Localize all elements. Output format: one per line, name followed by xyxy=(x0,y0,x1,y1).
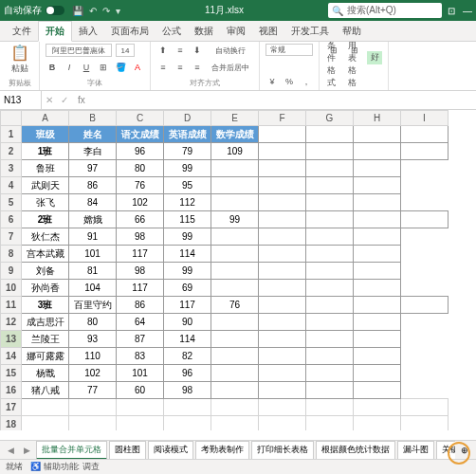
autosave-toggle[interactable]: 自动保存 xyxy=(4,4,64,17)
currency-icon[interactable]: ¥ xyxy=(265,75,279,88)
name-box[interactable]: N13 xyxy=(0,91,42,109)
data-cell[interactable]: 114 xyxy=(164,331,211,348)
tab-帮助[interactable]: 帮助 xyxy=(336,22,368,41)
data-cell[interactable]: 宫本武藏 xyxy=(22,246,69,263)
tab-数据[interactable]: 数据 xyxy=(188,22,220,41)
italic-button[interactable]: I xyxy=(63,61,76,74)
data-cell[interactable]: 80 xyxy=(69,314,117,331)
data-cell[interactable]: 69 xyxy=(164,280,211,297)
table-header[interactable]: 英语成绩 xyxy=(164,126,211,143)
row-header-16[interactable]: 16 xyxy=(1,382,22,399)
data-cell[interactable]: 武则天 xyxy=(22,177,69,194)
wrap-text-button[interactable]: 自动换行 xyxy=(208,44,253,57)
sheet-nav-prev[interactable]: ◀ xyxy=(4,446,18,455)
row-header-14[interactable]: 14 xyxy=(1,348,22,365)
select-all-cell[interactable] xyxy=(1,111,22,126)
format-table-button[interactable]: ⊞套用表格格式 xyxy=(346,44,363,71)
sheet-tab[interactable]: 批量合并单元格 xyxy=(36,441,107,460)
data-cell[interactable]: 狄仁杰 xyxy=(22,228,69,246)
data-cell[interactable]: 猪八戒 xyxy=(22,382,69,399)
worksheet-grid[interactable]: ABCDEFGHI1班级姓名语文成绩英语成绩数学成绩21班李白96791093鲁… xyxy=(0,110,476,430)
align-bottom-icon[interactable]: ⬇ xyxy=(191,44,204,57)
row-header-5[interactable]: 5 xyxy=(1,194,22,211)
data-cell[interactable]: 76 xyxy=(211,297,259,314)
border-button[interactable]: ⊞ xyxy=(97,61,110,74)
align-middle-icon[interactable]: ≡ xyxy=(174,44,187,57)
number-format-select[interactable]: 常规 xyxy=(265,44,313,56)
data-cell[interactable]: 刘备 xyxy=(22,263,69,280)
fill-color-button[interactable]: 🪣 xyxy=(114,61,127,74)
row-header-15[interactable]: 15 xyxy=(1,365,22,382)
data-cell[interactable]: 117 xyxy=(164,297,211,314)
align-top-icon[interactable]: ⬆ xyxy=(156,44,170,57)
data-cell[interactable]: 95 xyxy=(164,177,211,194)
row-header-6[interactable]: 6 xyxy=(1,211,22,228)
fx-icon[interactable]: fx xyxy=(72,95,91,105)
tab-文件[interactable]: 文件 xyxy=(6,22,38,41)
data-cell[interactable]: 嫦娥 xyxy=(69,211,117,228)
data-cell[interactable]: 98 xyxy=(117,263,164,280)
data-cell[interactable]: 99 xyxy=(164,228,211,246)
col-header-I[interactable]: I xyxy=(401,111,449,126)
cancel-icon[interactable]: ✕ xyxy=(42,95,57,105)
data-cell[interactable]: 82 xyxy=(164,348,211,365)
row-header-17[interactable]: 17 xyxy=(1,399,22,416)
data-cell[interactable]: 97 xyxy=(69,160,117,177)
row-header-9[interactable]: 9 xyxy=(1,263,22,280)
data-cell[interactable]: 杨戬 xyxy=(22,365,69,382)
tab-视图[interactable]: 视图 xyxy=(252,22,284,41)
class-cell[interactable]: 3班 xyxy=(22,297,69,314)
tab-公式[interactable]: 公式 xyxy=(156,22,188,41)
tab-开始[interactable]: 开始 xyxy=(38,21,72,42)
row-header-4[interactable]: 4 xyxy=(1,177,22,194)
data-cell[interactable]: 109 xyxy=(211,143,259,160)
data-cell[interactable]: 93 xyxy=(69,331,117,348)
sheet-tab[interactable]: 考勤表制作 xyxy=(195,441,249,460)
font-color-button[interactable]: A xyxy=(131,61,144,74)
bold-button[interactable]: B xyxy=(46,61,59,74)
data-cell[interactable]: 86 xyxy=(69,177,117,194)
sheet-tab[interactable]: 打印细长表格 xyxy=(251,441,314,460)
col-header-D[interactable]: D xyxy=(164,111,211,126)
data-cell[interactable]: 66 xyxy=(117,211,164,228)
row-header-18[interactable]: 18 xyxy=(1,416,22,431)
paste-button[interactable]: 📋粘贴 xyxy=(6,44,33,75)
row-header-7[interactable]: 7 xyxy=(1,228,22,246)
data-cell[interactable]: 114 xyxy=(164,246,211,263)
row-header-2[interactable]: 2 xyxy=(1,143,22,160)
save-icon[interactable]: 💾 xyxy=(72,6,83,16)
data-cell[interactable]: 81 xyxy=(69,263,117,280)
data-cell[interactable]: 117 xyxy=(117,280,164,297)
data-cell[interactable]: 102 xyxy=(117,194,164,211)
data-cell[interactable]: 百里守约 xyxy=(69,297,117,314)
data-cell[interactable]: 110 xyxy=(69,348,117,365)
row-header-8[interactable]: 8 xyxy=(1,246,22,263)
tab-页面布局[interactable]: 页面布局 xyxy=(104,22,156,41)
data-cell[interactable]: 80 xyxy=(117,160,164,177)
data-cell[interactable]: 87 xyxy=(117,331,164,348)
data-cell[interactable]: 102 xyxy=(69,365,117,382)
data-cell[interactable]: 91 xyxy=(69,228,117,246)
data-cell[interactable]: 成吉思汗 xyxy=(22,314,69,331)
data-cell[interactable]: 99 xyxy=(211,211,259,228)
col-header-E[interactable]: E xyxy=(211,111,259,126)
undo-icon[interactable]: ↶ xyxy=(89,6,97,16)
comma-icon[interactable]: , xyxy=(300,75,313,88)
col-header-A[interactable]: A xyxy=(22,111,69,126)
class-cell[interactable]: 2班 xyxy=(22,211,69,228)
data-cell[interactable]: 104 xyxy=(69,280,117,297)
data-cell[interactable]: 101 xyxy=(117,365,164,382)
data-cell[interactable]: 83 xyxy=(117,348,164,365)
data-cell[interactable]: 64 xyxy=(117,314,164,331)
tab-审阅[interactable]: 审阅 xyxy=(220,22,252,41)
data-cell[interactable]: 96 xyxy=(164,365,211,382)
minimize-icon[interactable]: — xyxy=(463,6,472,16)
table-header[interactable]: 数学成绩 xyxy=(211,126,259,143)
data-cell[interactable]: 张飞 xyxy=(22,194,69,211)
row-header-1[interactable]: 1 xyxy=(1,126,22,143)
data-cell[interactable]: 96 xyxy=(117,143,164,160)
table-header[interactable]: 语文成绩 xyxy=(117,126,164,143)
search-box[interactable]: 🔍 搜索(Alt+Q) xyxy=(328,3,442,18)
class-cell[interactable]: 1班 xyxy=(22,143,69,160)
data-cell[interactable]: 90 xyxy=(164,314,211,331)
